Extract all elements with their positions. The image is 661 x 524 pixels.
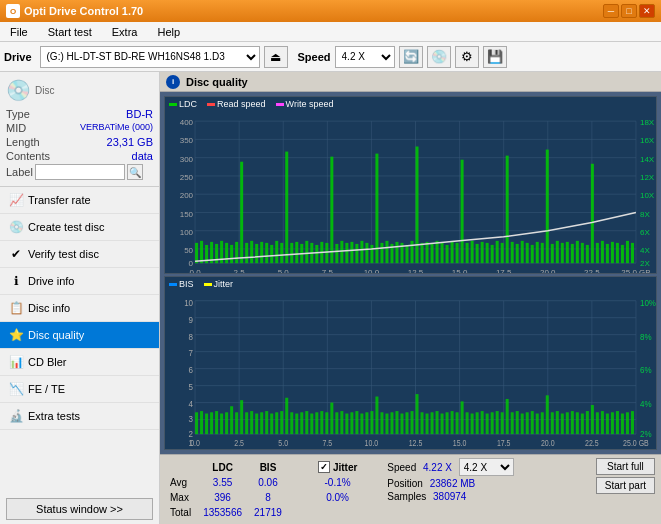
svg-rect-40 <box>290 243 293 263</box>
svg-rect-94 <box>561 243 564 263</box>
speed-select-stats[interactable]: 4.2 X <box>459 458 514 476</box>
jitter-legend-dot <box>204 283 212 286</box>
refresh-button[interactable]: 🔄 <box>399 46 423 68</box>
svg-rect-82 <box>501 243 504 263</box>
mid-val: VERBATiMe (000) <box>80 122 153 134</box>
svg-rect-193 <box>365 413 368 435</box>
svg-rect-100 <box>591 164 594 263</box>
disc-quality-icon: ⭐ <box>8 327 24 343</box>
save-button[interactable]: 💾 <box>483 46 507 68</box>
svg-text:14X: 14X <box>640 155 655 164</box>
svg-rect-211 <box>456 413 459 435</box>
svg-rect-159 <box>195 413 198 435</box>
svg-rect-36 <box>270 245 273 263</box>
svg-rect-49 <box>335 244 338 263</box>
avg-jitter: -0.1% <box>316 476 365 489</box>
svg-rect-177 <box>285 398 288 434</box>
svg-rect-90 <box>541 243 544 263</box>
svg-text:6X: 6X <box>640 228 650 237</box>
svg-text:5.0: 5.0 <box>278 439 288 449</box>
sidebar-item-label: Create test disc <box>28 221 104 233</box>
svg-rect-107 <box>626 241 629 263</box>
sidebar-item-create-test-disc[interactable]: 💿 Create test disc <box>0 214 159 241</box>
menu-extra[interactable]: Extra <box>106 24 144 40</box>
svg-text:250: 250 <box>180 173 194 182</box>
sidebar-item-transfer-rate[interactable]: 📈 Transfer rate <box>0 187 159 214</box>
svg-text:350: 350 <box>180 136 194 145</box>
start-part-button[interactable]: Start part <box>596 477 655 494</box>
close-button[interactable]: ✕ <box>639 4 655 18</box>
speed-select[interactable]: 4.2 X <box>335 46 395 68</box>
svg-rect-169 <box>245 413 248 435</box>
svg-rect-228 <box>541 413 544 435</box>
svg-text:10X: 10X <box>640 191 655 200</box>
svg-rect-198 <box>390 413 393 435</box>
svg-rect-85 <box>516 244 519 263</box>
svg-rect-208 <box>441 414 444 435</box>
svg-rect-166 <box>230 407 233 435</box>
top-chart-legend: LDC Read speed Write speed <box>165 97 656 111</box>
svg-rect-188 <box>340 411 343 434</box>
menu-help[interactable]: Help <box>151 24 186 40</box>
speed-display-value: 4.22 X <box>423 462 452 473</box>
sidebar-item-disc-quality[interactable]: ⭐ Disc quality <box>0 322 159 349</box>
fe-te-icon: 📉 <box>8 381 24 397</box>
sidebar-item-cd-bler[interactable]: 📊 CD Bler <box>0 349 159 376</box>
status-window-button[interactable]: Status window >> <box>6 498 153 520</box>
svg-text:25.0 GB: 25.0 GB <box>623 439 649 449</box>
maximize-button[interactable]: □ <box>621 4 637 18</box>
svg-rect-33 <box>255 244 258 263</box>
settings-button[interactable]: ⚙ <box>455 46 479 68</box>
start-full-button[interactable]: Start full <box>596 458 655 475</box>
svg-rect-246 <box>631 411 634 434</box>
svg-text:8: 8 <box>189 331 194 342</box>
svg-rect-189 <box>345 414 348 435</box>
sidebar-item-fe-te[interactable]: 📉 FE / TE <box>0 376 159 403</box>
eject-button[interactable]: ⏏ <box>264 46 288 68</box>
svg-rect-91 <box>546 150 549 264</box>
svg-text:5: 5 <box>189 382 194 393</box>
sidebar-item-drive-info[interactable]: ℹ Drive info <box>0 268 159 295</box>
svg-text:7.5: 7.5 <box>322 268 334 273</box>
svg-rect-61 <box>395 242 398 263</box>
menu-start-test[interactable]: Start test <box>42 24 98 40</box>
write-speed-legend-label: Write speed <box>286 99 334 109</box>
svg-text:10.0: 10.0 <box>365 439 379 449</box>
avg-bis: 0.06 <box>252 476 290 489</box>
sidebar-item-label: Verify test disc <box>28 248 99 260</box>
svg-rect-194 <box>370 411 373 434</box>
title-bar: O Opti Drive Control 1.70 ─ □ ✕ <box>0 0 661 22</box>
ldc-legend-label: LDC <box>179 99 197 109</box>
drive-select[interactable]: (G:) HL-DT-ST BD-RE WH16NS48 1.D3 <box>40 46 260 68</box>
label-input[interactable] <box>35 164 125 180</box>
svg-rect-79 <box>486 243 489 263</box>
sidebar-item-verify-test-disc[interactable]: ✔ Verify test disc <box>0 241 159 268</box>
svg-rect-227 <box>536 414 539 435</box>
menu-file[interactable]: File <box>4 24 34 40</box>
transfer-rate-icon: 📈 <box>8 192 24 208</box>
sidebar-item-extra-tests[interactable]: 🔬 Extra tests <box>0 403 159 430</box>
svg-rect-43 <box>305 241 308 263</box>
minimize-button[interactable]: ─ <box>603 4 619 18</box>
chart-header-icon: i <box>166 75 180 89</box>
svg-rect-191 <box>355 411 358 434</box>
sidebar-item-label: FE / TE <box>28 383 65 395</box>
svg-rect-212 <box>461 402 464 435</box>
svg-rect-214 <box>471 414 474 435</box>
svg-rect-213 <box>466 413 469 435</box>
svg-rect-88 <box>531 245 534 263</box>
svg-rect-184 <box>320 411 323 434</box>
bis-legend: BIS <box>169 279 194 289</box>
sidebar-item-disc-info[interactable]: 📋 Disc info <box>0 295 159 322</box>
top-chart: LDC Read speed Write speed <box>164 96 657 274</box>
top-chart-svg: 400 350 300 250 200 150 100 50 0 18X 16X… <box>165 111 656 273</box>
chart-title: Disc quality <box>186 76 248 88</box>
svg-rect-70 <box>441 243 444 263</box>
jitter-checkbox[interactable]: ✓ <box>318 461 330 473</box>
svg-rect-51 <box>345 243 348 263</box>
svg-rect-71 <box>446 245 449 263</box>
disc-button[interactable]: 💿 <box>427 46 451 68</box>
svg-rect-204 <box>421 413 424 435</box>
label-button[interactable]: 🔍 <box>127 164 143 180</box>
svg-rect-232 <box>561 414 564 435</box>
